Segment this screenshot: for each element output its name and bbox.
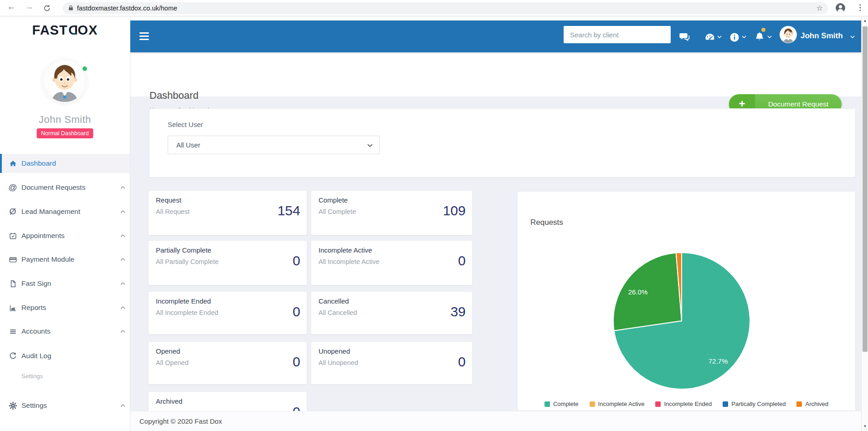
sidebar-item-payment-module[interactable]: Payment Module [0, 250, 130, 269]
home-icon [8, 158, 18, 168]
sidebar-item-accounts[interactable]: Accounts [0, 322, 130, 341]
sidebar-item-label: Payment Module [21, 255, 74, 264]
info-icon[interactable] [729, 32, 740, 43]
page-scrollbar[interactable]: ▲ ▼ [861, 16, 868, 431]
legend-swatch [796, 401, 802, 407]
search-input[interactable] [564, 26, 671, 43]
chevron-down-icon[interactable] [767, 35, 772, 38]
page-title: Dashboard [149, 90, 199, 101]
chat-icon[interactable] [679, 31, 691, 43]
scroll-down-icon[interactable]: ▼ [862, 423, 868, 430]
sidebar-item-settings[interactable]: Settings [0, 396, 130, 415]
chevron-up-icon [120, 306, 125, 309]
address-bar[interactable]: fastdoxmaster.fastdox.co.uk/home ☆ [63, 2, 828, 14]
chevron-up-icon [120, 258, 125, 261]
dashboard-gauge-icon[interactable] [704, 32, 715, 43]
stat-subtitle: All Partially Complete [156, 258, 219, 265]
browser-forward-icon[interactable]: → [23, 2, 36, 12]
sidebar-item-dashboard[interactable]: Dashboard [0, 154, 130, 173]
legend-item-complete[interactable]: Complete [544, 401, 579, 407]
stat-subtitle: All Unopened [318, 359, 358, 366]
sidebar-item-appointments[interactable]: Appointments [0, 226, 130, 245]
sidebar-item-fast-sign[interactable]: Fast Sign [0, 274, 130, 293]
stat-title: Cancelled [318, 297, 349, 305]
stat-subtitle: All Opened [156, 359, 189, 366]
legend-swatch [544, 401, 550, 407]
legend-item-archived[interactable]: Archived [796, 401, 828, 407]
stat-card-incomplete-ended[interactable]: Incomplete Ended All Incomplete Ended 0 [148, 291, 307, 335]
sidebar-item-label: Accounts [21, 327, 51, 335]
notification-badge [761, 28, 765, 32]
stat-value: 0 [458, 253, 466, 269]
stat-card-incomplete-active[interactable]: Incomplete Active All Incomplete Active … [311, 240, 473, 285]
legend-item-incomplete-ended[interactable]: Incomplete Ended [655, 401, 712, 407]
stat-card-opened[interactable]: Opened All Opened 0 [148, 341, 307, 385]
stat-value: 0 [293, 304, 300, 319]
chevron-down-icon[interactable] [717, 35, 722, 38]
browser-back-icon[interactable]: ← [5, 2, 18, 12]
stat-card-unopened[interactable]: Unopened All Unopened 0 [311, 341, 473, 385]
stat-title: Archived [156, 397, 182, 405]
calendar-icon [8, 231, 18, 241]
stat-title: Unopened [318, 347, 350, 355]
stat-value: 154 [277, 203, 300, 218]
sidebar-item-label: Fast Sign [21, 279, 51, 288]
dashboard-mode-badge: Normal Dashboard [36, 128, 93, 138]
stat-card-complete[interactable]: Complete All Complete 109 [311, 190, 473, 235]
stat-card-cancelled[interactable]: Cancelled All Cancelled 39 [311, 291, 473, 335]
stat-card-partially-complete[interactable]: Partially Complete All Partially Complet… [148, 240, 307, 285]
browser-reload-icon[interactable] [43, 4, 51, 12]
browser-menu-icon[interactable]: ⋮ [856, 3, 864, 12]
sidebar-item-lead-management[interactable]: Ø Lead Management [0, 202, 130, 221]
sidebar-item-label: Dashboard [21, 159, 56, 167]
user-select[interactable]: All User [168, 136, 380, 154]
chevron-up-icon [120, 404, 125, 407]
chevron-down-icon[interactable] [850, 35, 855, 38]
stat-subtitle: All Request [156, 208, 190, 215]
chevron-up-icon [120, 234, 125, 238]
scrollbar-thumb[interactable] [863, 26, 868, 352]
lead-icon: Ø [8, 207, 18, 217]
legend-item-incomplete-active[interactable]: Incomplete Active [590, 401, 645, 407]
stat-subtitle: All Complete [318, 208, 356, 215]
legend-swatch [723, 401, 728, 407]
stat-title: Opened [156, 347, 180, 355]
lock-icon [67, 5, 74, 11]
sidebar-item-label: Reports [21, 304, 46, 312]
hamburger-menu-icon[interactable] [139, 32, 149, 40]
stat-title: Request [156, 196, 181, 204]
stat-subtitle: All Incomplete Ended [156, 309, 218, 316]
chevron-down-icon [367, 144, 373, 147]
legend-swatch [655, 401, 661, 407]
bookmark-star-icon[interactable]: ☆ [817, 4, 823, 12]
document-icon [8, 279, 18, 289]
sidebar-item-document-requests[interactable]: @ Document Requests [0, 178, 130, 197]
sidebar-item-audit-log[interactable]: Audit Log [0, 346, 130, 365]
sidebar-item-label: Audit Log [21, 352, 51, 360]
chevron-up-icon [120, 330, 125, 333]
sidebar-user-name: John Smith [0, 114, 130, 126]
bell-icon[interactable] [754, 31, 765, 43]
user-menu[interactable]: John Smith [801, 31, 843, 41]
credit-card-icon [8, 254, 18, 264]
stat-card-request[interactable]: Request All Request 154 [148, 190, 307, 235]
chevron-down-icon[interactable] [742, 35, 746, 38]
scroll-up-icon[interactable]: ▲ [862, 17, 868, 25]
fastdox-logo[interactable]: FASTDOX [0, 23, 130, 38]
online-status-dot [82, 66, 87, 71]
pie-label-complete: 72.7% [709, 357, 728, 365]
browser-profile-icon[interactable] [835, 2, 846, 14]
footer: Copyright © 2020 Fast Dox [130, 411, 861, 431]
stat-title: Partially Complete [156, 246, 211, 254]
stat-value: 0 [293, 354, 300, 370]
stat-subtitle: All Cancelled [318, 309, 357, 316]
sidebar-item-reports[interactable]: Reports [0, 298, 130, 317]
pie-label-green: 26.0% [628, 288, 648, 296]
stat-subtitle: All Incomplete Active [318, 258, 380, 265]
chart-legend: Complete Incomplete Active Incomplete En… [518, 401, 855, 407]
user-avatar[interactable] [780, 26, 797, 43]
stat-title: Incomplete Active [318, 246, 372, 254]
chart-icon [8, 303, 18, 313]
legend-item-partically-completed[interactable]: Partically Completed [723, 401, 786, 407]
at-icon: @ [8, 183, 18, 193]
